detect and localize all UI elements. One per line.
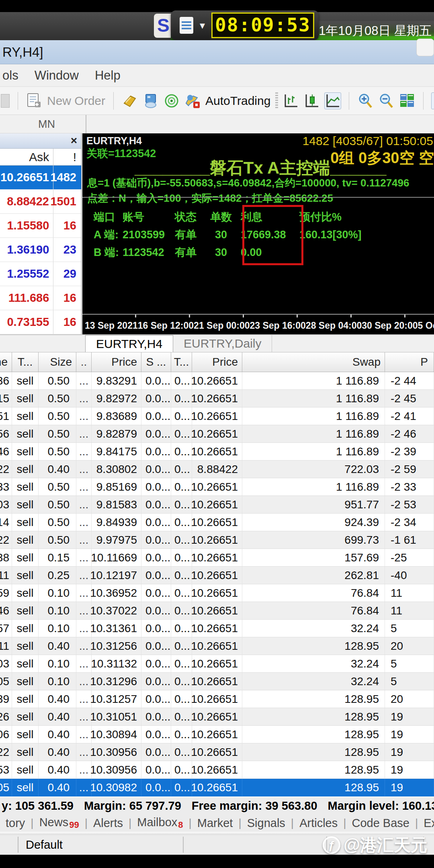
tab-articles[interactable]: Articles xyxy=(294,817,343,830)
trade-row[interactable]: 05sell0.40...10.309820.0...0...10.266511… xyxy=(0,779,434,796)
tab-history[interactable]: tory xyxy=(0,817,31,830)
zoom-out-icon[interactable] xyxy=(378,93,394,109)
zoom-in-icon[interactable] xyxy=(357,93,373,109)
ask-value: 0.73155 xyxy=(0,315,53,329)
clock-widget[interactable]: ▾ 08:09:53 xyxy=(171,10,319,40)
trade-row[interactable]: 56sell0.50...9.828790.0...0...10.266511 … xyxy=(0,425,434,443)
candlestick-icon[interactable] xyxy=(304,93,320,109)
autotrading-icon[interactable] xyxy=(184,93,201,109)
trade-row[interactable]: 22sell0.50...9.979750.0...0...10.2665169… xyxy=(0,531,434,549)
trade-row[interactable]: 03sell0.10...10.311320.0...0...10.266513… xyxy=(0,655,434,673)
new-order-icon[interactable] xyxy=(26,93,42,109)
tab-experts[interactable]: Ex xyxy=(418,817,434,830)
autotrading-label[interactable]: AutoTrading xyxy=(205,94,270,108)
menu-item-window[interactable]: Window xyxy=(35,68,79,83)
tab-code-base[interactable]: Code Base xyxy=(346,817,415,830)
tab-news[interactable]: News99 xyxy=(34,816,85,830)
trade-row[interactable]: 36sell0.50...9.832910.0...0...10.266511 … xyxy=(0,372,434,390)
window-control-stub[interactable] xyxy=(416,39,434,56)
window-titlebar[interactable]: RY,H4] xyxy=(0,40,434,64)
trade-cell: ... xyxy=(76,443,92,460)
trade-row[interactable]: 06sell0.40...10.308940.0...0...10.266511… xyxy=(0,726,434,743)
column-header-profit[interactable]: P xyxy=(385,352,434,372)
trade-cell: -40 xyxy=(385,567,434,584)
menu-item-tools[interactable]: ols xyxy=(2,68,18,83)
column-header-type[interactable]: T... xyxy=(12,352,39,372)
trade-cell: 0.0... xyxy=(141,514,171,531)
tile-windows-icon[interactable] xyxy=(399,93,415,109)
trade-cell: 0... xyxy=(171,496,192,513)
profile-label[interactable]: Default xyxy=(26,838,63,852)
column-header-sl[interactable]: S ... xyxy=(141,352,171,372)
column-header-ask[interactable]: Ask xyxy=(0,150,53,164)
column-header-size[interactable]: Size xyxy=(39,352,76,372)
trade-cell: 10.26651 xyxy=(192,531,242,549)
trade-row[interactable]: 05sell0.10...10.312960.0...0...10.266513… xyxy=(0,673,434,690)
tab-market[interactable]: Market xyxy=(192,817,239,830)
market-watch-row[interactable]: 0.73155 16 xyxy=(0,310,81,334)
close-icon[interactable]: × xyxy=(71,134,77,147)
menu-item-help[interactable]: Help xyxy=(95,68,121,83)
tab-alerts[interactable]: Alerts xyxy=(88,817,129,830)
trade-row[interactable]: 38sell0.15...10.116690.0...0...10.266511… xyxy=(0,549,434,567)
trade-row[interactable]: 11sell0.25...10.121970.0...0...10.266512… xyxy=(0,567,434,584)
column-header-price[interactable]: Price xyxy=(192,352,242,372)
trade-cell: 10.36952 xyxy=(92,584,141,602)
trade-cell: 5 xyxy=(385,655,434,672)
trade-cell: 11 xyxy=(0,637,12,655)
chart-tab-eurtry-daily[interactable]: EURTRY,Daily xyxy=(173,335,272,352)
column-header-swap[interactable]: Swap xyxy=(242,352,385,372)
trade-row[interactable]: 59sell0.10...10.369520.0...0...10.266517… xyxy=(0,584,434,602)
trade-cell: 0... xyxy=(171,602,192,619)
trade-row[interactable]: 26sell0.40...10.310510.0...0...10.266511… xyxy=(0,708,434,726)
trade-cell: 128.95 xyxy=(242,708,385,725)
trade-row[interactable]: 46sell0.50...9.841750.0...0...10.266511 … xyxy=(0,443,434,461)
market-watch-row[interactable]: 1.25552 29 xyxy=(0,262,81,286)
trade-row[interactable]: 11sell0.40...10.312560.0...0...10.266511… xyxy=(0,637,434,655)
toolbar-drag-handle[interactable] xyxy=(275,92,278,109)
column-header-symbol[interactable]: .. xyxy=(76,352,92,372)
trade-cell: 10.26651 xyxy=(192,478,242,495)
trade-row[interactable]: 03sell0.50...9.815830.0...0...10.2665195… xyxy=(0,496,434,514)
line-chart-icon[interactable] xyxy=(325,93,341,109)
publish-icon[interactable] xyxy=(143,93,159,109)
new-order-label[interactable]: New Order xyxy=(47,94,105,108)
tag-icon[interactable] xyxy=(122,93,138,109)
market-watch-row[interactable]: 111.686 16 xyxy=(0,286,81,310)
trade-cell: 10.31051 xyxy=(92,708,141,725)
toolbar-cut-icon[interactable] xyxy=(1,94,10,108)
footer-separator xyxy=(183,837,184,853)
footer-separator xyxy=(18,837,18,853)
period-mn-button[interactable]: MN xyxy=(31,117,62,132)
trade-row[interactable]: 22sell0.40...8.308020.0...0...8.88422722… xyxy=(0,461,434,478)
chevron-down-icon[interactable]: ▾ xyxy=(200,19,205,32)
chart-area[interactable]: EURTRY,H4 关联=1123542 1482 [4035/67] 01:5… xyxy=(82,133,434,334)
chart-tab-eurtry-h4[interactable]: EURTRY,H4 xyxy=(85,335,173,352)
trade-row[interactable]: 15sell0.50...9.829720.0...0...10.266511 … xyxy=(0,390,434,407)
market-watch-row[interactable]: 1.36190 23 xyxy=(0,238,81,262)
bar-chart-icon[interactable] xyxy=(283,93,299,109)
column-header-excl[interactable]: ! xyxy=(53,149,81,165)
column-header-time[interactable]: ne xyxy=(0,352,12,372)
trade-row[interactable]: 57sell0.10...10.313610.0...0...10.266513… xyxy=(0,620,434,637)
trade-cell: 10.26651 xyxy=(192,567,242,584)
chart-shift-icon[interactable] xyxy=(432,93,434,109)
trade-row[interactable]: 39sell0.40...10.312570.0...0...10.266511… xyxy=(0,690,434,708)
trade-row[interactable]: 46sell0.10...10.370220.0...0...10.266517… xyxy=(0,602,434,620)
trade-row[interactable]: 22sell0.40...10.309560.0...0...10.266511… xyxy=(0,743,434,761)
column-header-open-price[interactable]: Price xyxy=(92,352,141,372)
signal-icon[interactable] xyxy=(164,93,180,109)
trade-row[interactable]: 51sell0.50...9.836890.0...0...10.266511 … xyxy=(0,407,434,425)
trade-cell: 157.69 xyxy=(242,549,385,566)
clock-notes-icon[interactable] xyxy=(180,17,193,34)
market-watch-row[interactable]: 10.26651 1482 xyxy=(0,166,81,190)
tab-signals[interactable]: Signals xyxy=(242,817,291,830)
trade-row[interactable]: 53sell0.40...10.309560.0...0...10.266511… xyxy=(0,761,434,779)
trade-cell: 0.0... xyxy=(141,761,171,778)
column-header-tp[interactable]: T... xyxy=(171,352,192,372)
market-watch-row[interactable]: 8.88422 1501 xyxy=(0,190,81,214)
tab-mailbox[interactable]: Mailbox8 xyxy=(131,816,188,830)
trade-row[interactable]: 33sell0.50...9.851690.0...0...10.266511 … xyxy=(0,478,434,496)
trade-row[interactable]: 14sell0.50...9.849390.0...0...10.2665192… xyxy=(0,514,434,531)
market-watch-row[interactable]: 1.15580 16 xyxy=(0,214,81,238)
